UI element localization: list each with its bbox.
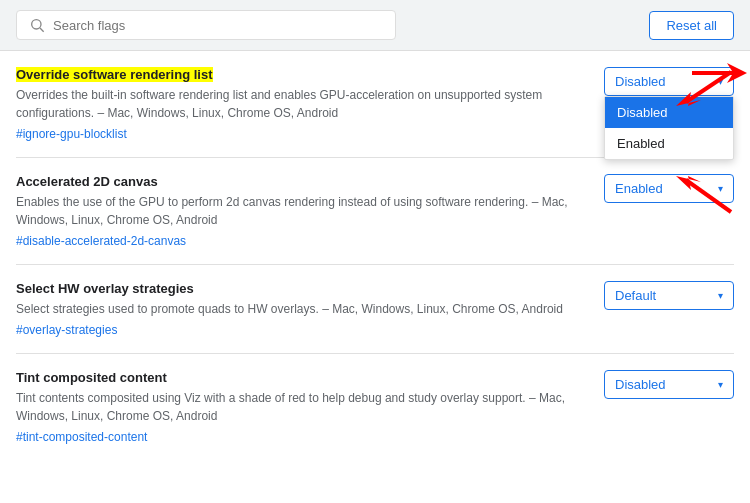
dropdown-wrapper: Disabled ▾ (604, 370, 734, 399)
chevron-down-icon: ▾ (718, 76, 723, 87)
flag-info: Override software rendering list Overrid… (16, 67, 604, 141)
flag-desc: Enables the use of the GPU to perform 2d… (16, 193, 584, 229)
flag-title: Tint composited content (16, 370, 584, 385)
chevron-down-icon: ▾ (718, 183, 723, 194)
svg-point-0 (32, 20, 41, 29)
flag-control: Default ▾ (604, 281, 734, 310)
flags-content: Override software rendering list Overrid… (0, 51, 750, 460)
dropdown-option-enabled[interactable]: Enabled (605, 128, 733, 159)
flag-info: Accelerated 2D canvas Enables the use of… (16, 174, 604, 248)
dropdown-option-disabled[interactable]: Disabled (605, 97, 733, 128)
flag-item: Select HW overlay strategies Select stra… (16, 265, 734, 354)
flag-link[interactable]: #tint-composited-content (16, 430, 147, 444)
dropdown-value: Disabled (615, 74, 666, 89)
flag-title: Accelerated 2D canvas (16, 174, 584, 189)
dropdown-button[interactable]: Disabled ▾ (604, 370, 734, 399)
flag-control: Disabled ▾ Disabled Enabled (604, 67, 734, 96)
top-bar: Reset all (0, 0, 750, 51)
chevron-down-icon: ▾ (718, 379, 723, 390)
dropdown-menu: Disabled Enabled (604, 96, 734, 160)
dropdown-wrapper: Default ▾ (604, 281, 734, 310)
flag-item: Override software rendering list Overrid… (16, 51, 734, 158)
flag-desc: Select strategies used to promote quads … (16, 300, 584, 318)
flag-item: Tint composited content Tint contents co… (16, 354, 734, 460)
flag-control: Disabled ▾ (604, 370, 734, 399)
flag-desc: Tint contents composited using Viz with … (16, 389, 584, 425)
dropdown-button[interactable]: Disabled ▾ (604, 67, 734, 96)
search-box[interactable] (16, 10, 396, 40)
dropdown-value: Enabled (615, 181, 663, 196)
search-input[interactable] (53, 18, 383, 33)
flag-info: Tint composited content Tint contents co… (16, 370, 604, 444)
flag-info: Select HW overlay strategies Select stra… (16, 281, 604, 337)
flag-item: Accelerated 2D canvas Enables the use of… (16, 158, 734, 265)
flag-control: Enabled ▾ (604, 174, 734, 203)
dropdown-value: Default (615, 288, 656, 303)
flag-title: Select HW overlay strategies (16, 281, 584, 296)
dropdown-wrapper: Disabled ▾ Disabled Enabled (604, 67, 734, 96)
flag-desc: Overrides the built-in software renderin… (16, 86, 584, 122)
dropdown-value: Disabled (615, 377, 666, 392)
flag-link[interactable]: #ignore-gpu-blocklist (16, 127, 127, 141)
flag-title-text: Override software rendering list (16, 67, 213, 82)
svg-line-1 (40, 28, 44, 32)
flag-link[interactable]: #overlay-strategies (16, 323, 117, 337)
search-icon (29, 17, 45, 33)
dropdown-button[interactable]: Default ▾ (604, 281, 734, 310)
reset-all-button[interactable]: Reset all (649, 11, 734, 40)
flag-title: Override software rendering list (16, 67, 584, 82)
flag-link[interactable]: #disable-accelerated-2d-canvas (16, 234, 186, 248)
dropdown-wrapper: Enabled ▾ (604, 174, 734, 203)
dropdown-button[interactable]: Enabled ▾ (604, 174, 734, 203)
chevron-down-icon: ▾ (718, 290, 723, 301)
